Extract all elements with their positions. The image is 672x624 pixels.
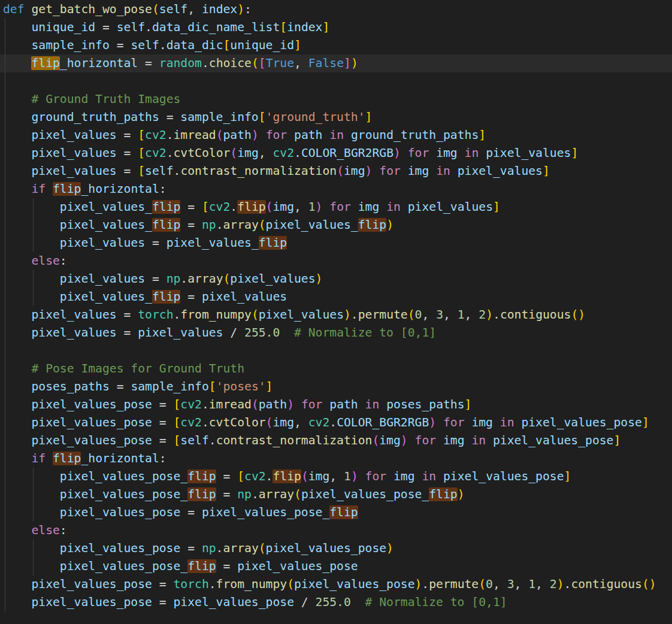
code-editor[interactable]: def get_batch_wo_pose(self, index): uniq… [0, 0, 672, 624]
code-token: ) [429, 416, 436, 429]
code-token: ] [543, 164, 550, 178]
code-token: unique_id [230, 38, 294, 52]
code-token: = [152, 434, 174, 447]
code-line[interactable]: pixel_values_pose = np.array(pixel_value… [3, 540, 672, 558]
code-token: pixel_values_pose [237, 559, 358, 573]
code-token: ] [479, 128, 486, 142]
code-line[interactable]: pixel_values_pose = pixel_values_pose_fl… [3, 504, 672, 522]
code-token: [ [202, 200, 209, 214]
code-content[interactable]: def get_batch_wo_pose(self, index): uniq… [0, 0, 672, 611]
code-line[interactable]: pixel_values_pose = [self.contrast_norma… [3, 432, 672, 450]
code-line[interactable]: else: [3, 522, 672, 540]
find-match-highlight: flip [187, 559, 216, 573]
code-token: pixel_values_pose [173, 595, 294, 609]
code-line[interactable]: if flip_horizontal: [3, 180, 672, 198]
code-line[interactable]: flip_horizontal = random.choice([True, F… [3, 54, 672, 72]
find-match-highlight: flip [429, 487, 457, 501]
code-line[interactable]: pixel_values_pose_flip = pixel_values_po… [3, 558, 672, 575]
code-token: 1 [308, 200, 316, 214]
code-token: pixel_values [259, 308, 344, 322]
code-line[interactable]: pixel_values = torch.from_numpy(pixel_va… [3, 306, 672, 324]
code-token: cv2 [244, 469, 266, 483]
find-match-highlight: flip [329, 505, 358, 519]
code-token: pixel_values [486, 146, 571, 160]
find-match-highlight: flip [152, 218, 180, 232]
code-line[interactable]: pixel_values_pose = [cv2.cvtColor(img, c… [3, 414, 672, 432]
code-token: = [152, 577, 174, 591]
code-token: = [159, 110, 181, 124]
code-token: = [180, 200, 202, 214]
code-line[interactable]: # Pose Images for Ground Truth [3, 360, 672, 378]
code-token: img [273, 416, 294, 429]
code-line[interactable]: pixel_values_pose = [cv2.imread(path) fo… [3, 396, 672, 414]
code-line[interactable]: sample_info = self.data_dic[unique_id] [3, 37, 672, 54]
code-token [3, 487, 60, 501]
code-token: for [301, 398, 323, 411]
code-token [436, 434, 443, 447]
code-line[interactable]: unique_id = self.data_dic_name_list[inde… [3, 19, 672, 37]
code-line[interactable]: ground_truth_paths = sample_info['ground… [3, 108, 672, 126]
code-token [259, 128, 266, 142]
code-line[interactable]: pixel_values_flip = np.array(pixel_value… [3, 216, 672, 234]
code-line[interactable]: def get_batch_wo_pose(self, index): [3, 1, 672, 19]
code-token: in [500, 416, 514, 429]
code-line[interactable]: pixel_values_pose = pixel_values_pose / … [3, 593, 672, 611]
code-token: pixel_values_ [60, 200, 152, 214]
code-line[interactable]: pixel_values = np.array(pixel_values) [3, 270, 672, 288]
code-line[interactable]: if flip_horizontal: [3, 450, 672, 468]
code-token: np [202, 218, 216, 232]
code-token: . [145, 20, 152, 34]
code-line[interactable]: poses_paths = sample_info['poses'] [3, 378, 672, 396]
code-token: ] [294, 38, 301, 52]
code-token: permute [358, 308, 408, 322]
code-line[interactable]: else: [3, 252, 672, 270]
code-line[interactable]: pixel_values_flip = [cv2.flip(img, 1) fo… [3, 198, 672, 216]
code-line[interactable]: pixel_values = pixel_values / 255.0 # No… [3, 324, 672, 342]
code-line[interactable]: pixel_values_pose_flip = np.array(pixel_… [3, 486, 672, 504]
code-token [322, 200, 329, 214]
code-token: . [493, 308, 500, 322]
code-line[interactable]: pixel_values = [self.contrast_normalizat… [3, 162, 672, 180]
code-token: ) [458, 487, 465, 501]
code-token: contiguous [571, 577, 642, 591]
code-token: ) [386, 541, 393, 555]
code-token: np [237, 487, 252, 501]
code-token: imread [209, 398, 252, 411]
code-token: for [379, 164, 401, 178]
code-token: . [266, 469, 273, 483]
code-token: # Pose Images for Ground Truth [31, 362, 244, 375]
code-token: / [223, 326, 244, 340]
code-token: permute [429, 577, 479, 591]
code-token: ] [266, 380, 273, 393]
code-token: pixel_values_pose [31, 416, 152, 429]
code-token: 255.0 [316, 595, 351, 609]
code-token [344, 128, 351, 142]
code-line[interactable]: pixel_values = [cv2.cvtColor(img, cv2.CO… [3, 144, 672, 162]
code-token: pixel_values_pose [60, 505, 181, 519]
code-token: pixel_values_pose_ [60, 559, 187, 573]
code-token: pixel_values_pose [443, 469, 564, 483]
code-line[interactable]: ​ [3, 72, 672, 90]
code-token: self [145, 164, 173, 178]
code-token [379, 398, 386, 411]
code-token: [ [280, 20, 287, 34]
code-line[interactable]: pixel_values = pixel_values_flip [3, 234, 672, 252]
code-line[interactable]: pixel_values = [cv2.imread(path) for pat… [3, 126, 672, 144]
code-line[interactable]: # Ground Truth Images [3, 90, 672, 108]
code-token: 1 [528, 577, 535, 591]
code-line[interactable]: pixel_values_pose_flip = [cv2.flip(img, … [3, 468, 672, 486]
code-line[interactable]: pixel_values_pose = torch.from_numpy(pix… [3, 575, 672, 593]
code-token: : [159, 182, 167, 196]
code-line[interactable]: pixel_values_flip = pixel_values [3, 288, 672, 306]
code-token: , [187, 2, 202, 16]
code-token: = [180, 505, 202, 519]
code-token: # Normalize to [0,1] [365, 595, 507, 609]
code-token: = [152, 416, 174, 429]
code-token: else [31, 523, 59, 537]
code-token: in [329, 128, 344, 142]
code-line[interactable]: ​ [3, 342, 672, 360]
code-token: for [365, 469, 387, 483]
code-token: : [244, 2, 252, 16]
code-token [3, 595, 31, 609]
code-token: ( [223, 272, 230, 286]
